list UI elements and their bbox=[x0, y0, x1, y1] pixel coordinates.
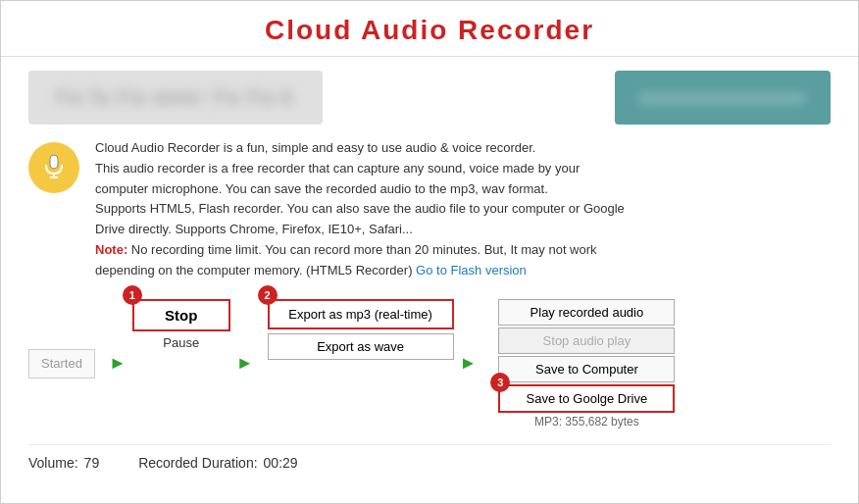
export-mp3-button[interactable]: Export as mp3 (real-time) bbox=[268, 299, 454, 329]
ad-banner-right: xxxxxxxxxxxxxxxxx bbox=[615, 71, 831, 125]
description-text: Cloud Audio Recorder is a fun, simple an… bbox=[95, 138, 625, 281]
note-text2: depending on the computer memory. (HTML5… bbox=[95, 263, 412, 277]
save-google-button[interactable]: Save to Goolge Drive bbox=[498, 384, 675, 413]
right-buttons-group: Play recorded audio Stop audio play Save… bbox=[498, 299, 675, 428]
description-section: Cloud Audio Recorder is a fun, simple an… bbox=[28, 138, 831, 281]
note-text: No recording time limit. You can record … bbox=[131, 242, 597, 257]
svg-rect-0 bbox=[50, 155, 58, 169]
content-area: Fa fa Fa-amer Fa Fa-k xxxxxxxxxxxxxxxxx bbox=[1, 57, 858, 486]
mp3-info: MP3: 355,682 bytes bbox=[498, 415, 675, 428]
export-wav-button[interactable]: Export as wave bbox=[268, 333, 454, 360]
badge3-wrap: 3 Save to Goolge Drive bbox=[498, 384, 675, 413]
ad-banner-left: Fa fa Fa-amer Fa Fa-k bbox=[28, 71, 323, 125]
badge-1: 1 bbox=[123, 285, 142, 305]
volume-info: Volume: 79 bbox=[28, 455, 99, 471]
desc-line1: Cloud Audio Recorder is a fun, simple an… bbox=[95, 140, 535, 155]
ads-row: Fa fa Fa-amer Fa Fa-k xxxxxxxxxxxxxxxxx bbox=[28, 71, 831, 125]
footer-row: Volume: 79 Recorded Duration: 00:29 bbox=[28, 444, 831, 477]
play-recorded-button[interactable]: Play recorded audio bbox=[498, 299, 675, 326]
ad-blur-left: Fa fa Fa-amer Fa Fa-k bbox=[56, 86, 294, 109]
arrow-3-icon: ► bbox=[460, 353, 478, 374]
desc-line4: Supports HTML5, Flash recorder. You can … bbox=[95, 201, 625, 216]
stop-pause-group: 1 Stop Pause bbox=[132, 299, 230, 350]
desc-line2: This audio recorder is a free recorder t… bbox=[95, 161, 580, 176]
pause-button[interactable]: Pause bbox=[163, 335, 199, 350]
main-container: Cloud Audio Recorder Fa fa Fa-amer Fa Fa… bbox=[0, 0, 859, 504]
volume-value: 79 bbox=[84, 455, 100, 471]
desc-line3: computer microphone. You can save the re… bbox=[95, 181, 548, 196]
duration-value: 00:29 bbox=[264, 455, 298, 471]
controls-section: Started ► 1 Stop Pause ► 2 Export as mp3… bbox=[28, 299, 831, 428]
badge-2: 2 bbox=[258, 285, 278, 305]
desc-line5: Drive directly. Supports Chrome, Firefox… bbox=[95, 222, 413, 236]
badge-3: 3 bbox=[490, 373, 510, 392]
ad-blur-right: xxxxxxxxxxxxxxxxx bbox=[639, 89, 806, 107]
save-computer-button[interactable]: Save to Computer bbox=[498, 356, 675, 382]
export-group: 2 Export as mp3 (real-time) Export as wa… bbox=[268, 299, 454, 360]
mic-icon bbox=[40, 152, 68, 183]
arrow-1-icon: ► bbox=[109, 353, 126, 374]
title-bar: Cloud Audio Recorder bbox=[1, 1, 858, 57]
arrow-2-icon: ► bbox=[236, 353, 254, 374]
started-label: Started bbox=[28, 349, 95, 378]
stop-button[interactable]: Stop bbox=[132, 299, 230, 331]
page-title: Cloud Audio Recorder bbox=[1, 15, 858, 46]
mic-icon-wrap bbox=[28, 142, 79, 193]
note-label: Note: bbox=[95, 242, 127, 257]
duration-info: Recorded Duration: 00:29 bbox=[138, 455, 297, 471]
duration-label: Recorded Duration: bbox=[138, 455, 257, 471]
stop-audio-button[interactable]: Stop audio play bbox=[498, 328, 675, 354]
flash-link[interactable]: Go to Flash version bbox=[416, 263, 527, 277]
volume-label: Volume: bbox=[28, 455, 78, 471]
